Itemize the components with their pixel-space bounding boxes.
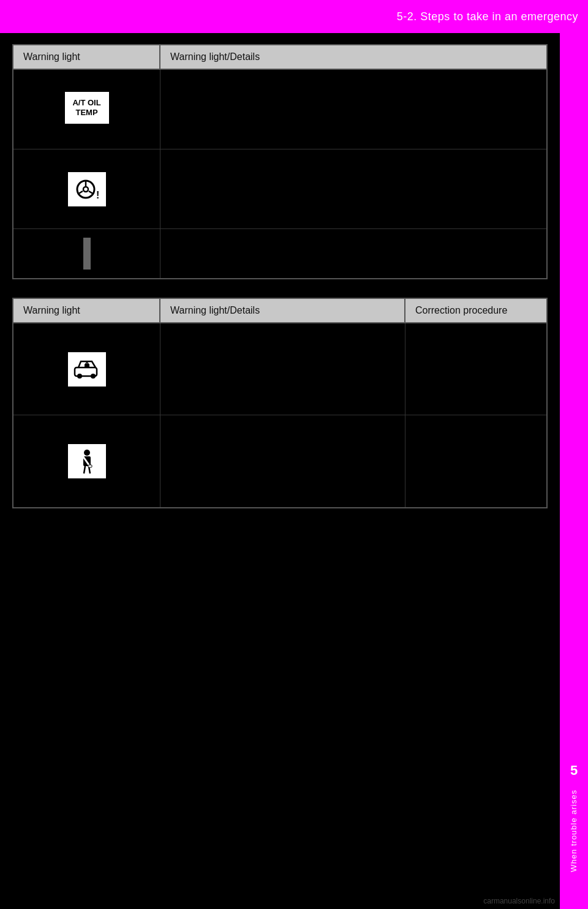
svg-text:!: ! — [96, 190, 99, 200]
table1-row1-icon-cell: A/T OILTEMP — [13, 70, 160, 149]
steering-svg: ! — [72, 176, 102, 202]
table-row: A/T OILTEMP — [13, 70, 546, 149]
table-row — [13, 323, 546, 415]
car-security-svg — [72, 356, 102, 382]
table2-col-warning-light: Warning light — [13, 299, 160, 322]
table2-body — [12, 323, 548, 508]
svg-point-8 — [91, 374, 96, 379]
watermark: carmanualsonline.info — [483, 897, 555, 905]
table2-row1-icon-cell — [13, 323, 160, 415]
table-row: ! — [13, 149, 546, 229]
table-row — [13, 229, 546, 278]
seatbelt-svg — [72, 448, 102, 475]
steering-warning-icon: ! — [68, 172, 106, 206]
table-section-1: Warning light Warning light/Details A/T … — [12, 44, 548, 279]
at-oil-temp-text: A/T OILTEMP — [72, 98, 100, 117]
svg-point-1 — [83, 187, 88, 192]
table1-header: Warning light Warning light/Details — [12, 44, 548, 70]
svg-rect-9 — [85, 364, 89, 368]
svg-point-7 — [77, 374, 82, 379]
table1-row2-icon-cell: ! — [13, 149, 160, 228]
table2-col-correction: Correction procedure — [405, 299, 546, 322]
table1-row3-icon-cell — [13, 229, 160, 278]
table2-row1-correction — [405, 323, 546, 415]
car-security-icon — [68, 352, 106, 387]
table2-row1-details — [160, 323, 405, 415]
table-section-2: Warning light Warning light/Details Corr… — [12, 298, 548, 508]
table1-row3-details — [160, 229, 546, 278]
table1-row2-details — [160, 149, 546, 228]
table1-col-details: Warning light/Details — [160, 45, 546, 69]
table1-row1-details — [160, 70, 546, 149]
chapter-number: 5 — [570, 763, 578, 779]
svg-point-10 — [84, 450, 90, 456]
chapter-sidebar: 5 When trouble arises — [560, 33, 588, 909]
table2-row2-correction — [405, 415, 546, 507]
chapter-label: When trouble arises — [569, 790, 579, 872]
svg-line-12 — [84, 466, 85, 473]
page-header: 5-2. Steps to take in an emergency — [0, 0, 588, 33]
table-row — [13, 415, 546, 507]
accent-rectangle — [83, 238, 91, 270]
page-title: 5-2. Steps to take in an emergency — [397, 10, 578, 23]
table2-col-details: Warning light/Details — [160, 299, 405, 322]
table2-row2-icon-cell — [13, 415, 160, 507]
table1-body: A/T OILTEMP — [12, 70, 548, 279]
table2-header: Warning light Warning light/Details Corr… — [12, 298, 548, 323]
table2-row2-details — [160, 415, 405, 507]
main-content: Warning light Warning light/Details A/T … — [0, 33, 560, 534]
table1-col-warning-light: Warning light — [13, 45, 160, 69]
svg-rect-15 — [88, 465, 92, 467]
at-oil-temp-icon: A/T OILTEMP — [65, 92, 109, 124]
seatbelt-warning-icon — [68, 444, 106, 478]
